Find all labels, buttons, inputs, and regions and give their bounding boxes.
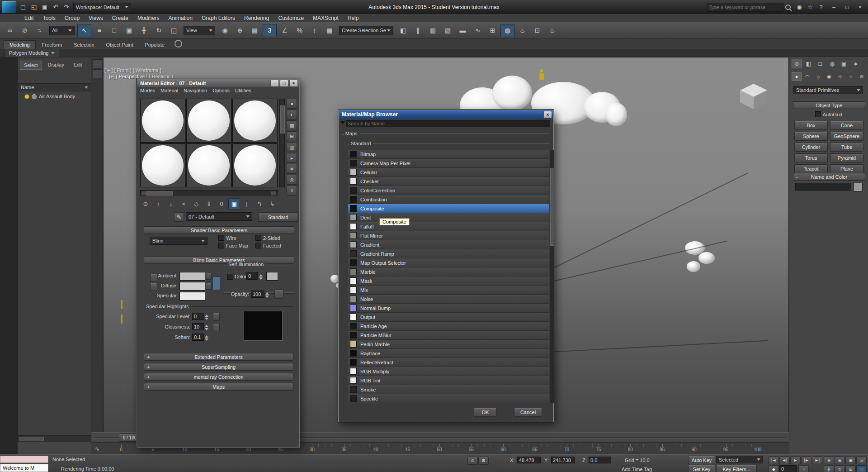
ribbon-toggle-icon[interactable]: ▬ [456,24,470,37]
browser-close-icon[interactable]: × [543,111,552,118]
select-and-rotate-icon[interactable]: ↻ [152,24,166,37]
map-list-item[interactable]: Mask [348,277,549,286]
y-coordinate-field[interactable] [551,457,575,463]
map-list-item[interactable]: Dent [348,213,549,222]
go-to-end-icon[interactable]: ►| [812,456,822,464]
put-to-scene-icon[interactable]: ↑ [152,198,164,210]
checkbox-box[interactable] [218,243,224,248]
make-unique-icon[interactable]: ◇ [190,198,202,210]
menu-item[interactable]: Tools [38,15,60,21]
reference-coordinate-dropdown[interactable]: View [184,26,215,35]
sample-scrollbar-vertical[interactable] [279,99,285,187]
character-mesh-fragment[interactable] [698,252,715,264]
shapes-category-icon[interactable]: ◠ [802,72,812,81]
max-logo[interactable] [2,1,16,13]
z-coordinate-field[interactable] [589,457,611,463]
teapot-button[interactable]: Teapot [794,164,828,173]
curve-editor-icon[interactable]: ∿ [471,24,485,37]
tab-polygon-modeling[interactable]: Polygon Modeling [5,49,59,57]
add-time-tag[interactable]: Add Time Tag [622,467,652,472]
checkbox-box[interactable] [255,235,261,241]
schematic-view-icon[interactable]: ⊞ [486,24,500,37]
scrollbar-thumb[interactable] [550,168,554,246]
show-in-viewport-icon[interactable]: ▣ [228,198,240,210]
menu-item[interactable]: Graph Editors [197,15,240,21]
reset-map-icon[interactable]: × [178,198,189,210]
align-icon[interactable]: ∥ [411,24,425,37]
menu-item[interactable]: Modes [140,88,155,93]
checkbox-box[interactable] [255,243,261,248]
next-frame-icon[interactable]: |► [801,456,811,464]
systems-category-icon[interactable]: ⊛ [857,72,867,81]
standard-group-header[interactable]: - Standard [348,141,549,146]
browser-scrollbar[interactable] [550,150,554,403]
material-editor-icon[interactable]: ◍ [500,24,514,37]
render-setup-icon[interactable]: ♨ [515,24,529,37]
isolate-selection-icon[interactable]: ⊙ [467,457,478,465]
edit-named-sets-icon[interactable]: ▦ [322,24,336,37]
browser-titlebar[interactable]: Material/Map Browser × [339,110,553,119]
undo-icon[interactable]: ↶ [51,2,61,12]
help-icon[interactable]: ? [816,2,826,12]
pan-icon[interactable]: ╋ [824,465,834,472]
map-list-item[interactable]: Combustion [348,195,549,204]
menu-item[interactable]: Group [60,15,84,21]
material-name-dropdown[interactable]: 07 - Default [186,212,252,221]
map-list-item[interactable]: RGB Multiply [348,367,549,376]
tube-button[interactable]: Tube [830,143,863,152]
mirror-icon[interactable]: ◧ [396,24,410,37]
key-filters-button[interactable]: Key Filters... [716,465,757,472]
sample-tiling-icon[interactable]: ⊞ [287,131,297,141]
material-sample-slot[interactable] [232,99,278,143]
zoom-region-icon[interactable]: ⊡ [845,465,856,472]
minimize-icon[interactable]: – [828,2,840,12]
map-list-item[interactable]: Smoke [348,385,549,394]
map-list-item[interactable]: RGB Tint [348,376,549,385]
view-cube[interactable] [740,84,767,109]
self-illumination-swatch[interactable] [266,272,278,281]
autogrid-checkbox[interactable]: AutoGrid [815,111,842,117]
zoom-extents-icon[interactable]: ▣ [845,456,856,464]
geosphere-button[interactable]: GeoSphere [830,132,863,141]
pick-material-icon[interactable]: ✎ [174,212,184,222]
menu-item[interactable]: Customize [274,15,308,21]
backlight-icon[interactable]: ◐ [287,110,297,119]
menu-item[interactable]: Options [212,88,230,93]
go-to-parent-icon[interactable]: ↰ [254,198,265,210]
tab-display[interactable]: Display [44,61,68,70]
map-list-item[interactable]: Particle MBlur [348,331,549,340]
opacity-map-shortcut[interactable] [274,290,283,299]
map-list-item[interactable]: Gradient [348,240,549,249]
lock-diffuse-specular-icon[interactable] [150,283,157,291]
specular-level-value[interactable] [192,313,204,320]
scrollbar-thumb[interactable] [280,105,285,133]
unlink-selection-icon[interactable]: ⊘ [18,24,32,37]
modify-tab-icon[interactable]: ◧ [803,59,814,68]
soften-value[interactable] [192,334,204,341]
map-list-item[interactable]: Raytrace [348,349,549,358]
material-id-icon[interactable]: 0 [216,198,227,210]
select-by-material-icon[interactable]: ◎ [287,175,297,185]
set-key-button[interactable]: Set Key [688,465,715,472]
me-close-icon[interactable]: × [289,80,298,87]
maxscript-mini-listener-macro[interactable] [0,456,48,463]
percent-snap-icon[interactable]: % [292,24,307,37]
hierarchy-tab-icon[interactable]: ⊟ [815,59,826,68]
assign-to-selection-icon[interactable]: ↓ [165,198,177,210]
menu-item[interactable]: Material [160,88,178,93]
search-icon[interactable] [785,5,791,10]
map-list-item[interactable]: Noise [348,295,549,304]
rollout-header[interactable]: Extended Parameters [144,353,293,361]
menu-item[interactable]: Views [84,15,108,21]
rendered-frame-icon[interactable]: ⊡ [530,24,544,37]
glossiness-spinner[interactable] [205,323,208,332]
tab-freeform[interactable]: Freeform [37,41,68,49]
map-list-item[interactable]: Mix [348,286,549,295]
bind-to-space-warp-icon[interactable]: ≈ [33,24,47,37]
face-map-checkbox[interactable]: Face Map [218,243,254,248]
tab-populate[interactable]: Populate [139,41,170,49]
self-illumination-value[interactable] [246,272,258,280]
select-and-link-icon[interactable]: ∞ [3,24,17,37]
cameras-category-icon[interactable]: ◉ [824,72,834,81]
spinner-snap-icon[interactable]: ↕ [307,24,321,37]
